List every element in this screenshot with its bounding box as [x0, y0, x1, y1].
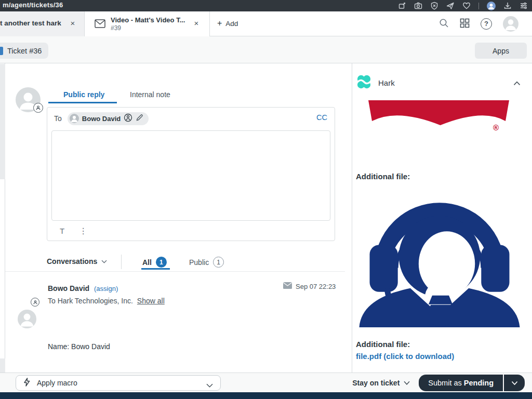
hark-app-name: Hark [378, 78, 395, 87]
ticket-badge: Ticket #36 [0, 43, 48, 59]
tab-public-reply[interactable]: Public reply [63, 90, 104, 99]
pin-extension-icon[interactable] [398, 2, 406, 10]
message-author-avatar [18, 310, 36, 328]
user-avatar[interactable] [503, 16, 518, 32]
chevron-down-icon [404, 381, 410, 385]
filter-tab-public[interactable]: Public 1 [189, 257, 224, 268]
tab-ticket-number: #39 [111, 24, 121, 32]
recipient-avatar [70, 114, 79, 123]
heart-icon[interactable] [462, 2, 471, 10]
apply-macro-select[interactable]: Apply macro [16, 375, 221, 391]
end-user-badge-icon [33, 103, 43, 113]
submit-split-button: Submit as Pending [419, 375, 525, 391]
file-download-link[interactable]: file.pdf (click to download) [356, 352, 454, 361]
add-tab-label: Add [225, 20, 238, 28]
stay-on-ticket-label: Stay on ticket [352, 379, 400, 387]
browser-profile-avatar[interactable] [487, 2, 496, 10]
topnav-icons: ? [439, 11, 532, 36]
recipient-pill[interactable]: Bowo David [68, 112, 149, 125]
cc-link[interactable]: CC [316, 113, 327, 122]
help-icon[interactable]: ? [481, 18, 492, 30]
submit-status: Pending [464, 379, 494, 387]
active-filter-underline [141, 268, 170, 270]
assign-link[interactable]: (assign) [94, 285, 118, 292]
reply-text-area[interactable] [51, 130, 330, 221]
menu-sliders-icon[interactable] [520, 2, 528, 10]
end-user-badge-icon [31, 298, 39, 307]
plus-icon: + [217, 19, 222, 28]
left-panel-edge [0, 358, 5, 373]
hark-logo-icon [357, 75, 371, 91]
ticket-status-icon [0, 47, 3, 55]
apps-sidebar: Hark ® Additional file: [352, 63, 532, 373]
camera-icon[interactable] [414, 2, 422, 10]
apps-button[interactable]: Apps [475, 43, 527, 59]
recipient-name: Bowo David [82, 115, 121, 123]
all-label: All [142, 258, 152, 267]
chevron-down-icon [101, 260, 107, 263]
close-icon[interactable]: × [192, 19, 201, 28]
stay-on-ticket-dropdown[interactable]: Stay on ticket [352, 379, 410, 387]
email-channel-icon [283, 282, 292, 291]
browser-extension-icons [398, 0, 528, 11]
desktop-edge [0, 392, 532, 399]
shield-block-icon[interactable] [430, 2, 438, 10]
message-body: Name: Bowo David [48, 342, 110, 351]
edit-pencil-icon[interactable] [136, 114, 143, 124]
hark-app-header: Hark [357, 74, 525, 91]
additional-file-label: Additional file: [356, 340, 410, 349]
to-label: To [54, 114, 62, 123]
tab-title: Video - Matt's Video T... [111, 16, 193, 24]
active-tab-underline [48, 102, 117, 103]
overflow-menu-icon[interactable]: ⋮ [79, 226, 87, 236]
collapse-chevron-up-icon[interactable] [513, 78, 521, 88]
browser-toolbar: m/agent/tickets/36 [0, 0, 532, 11]
tab-internal-note[interactable]: Internal note [130, 90, 170, 99]
tab-title: t another test hark [0, 19, 66, 27]
collapsed-left-panel[interactable] [0, 63, 5, 373]
text-format-icon[interactable]: T [60, 227, 64, 235]
address-bar-url[interactable]: m/agent/tickets/36 [3, 1, 63, 9]
footer-actions: Stay on ticket Submit as Pending [352, 375, 525, 391]
message-author-row: Bowo David (assign) [48, 284, 118, 292]
download-icon[interactable] [503, 2, 512, 10]
ticket-footer: Apply macro Stay on ticket Submit as Pen… [0, 373, 532, 392]
main-content: Public reply Internal note To Bowo David… [0, 63, 532, 373]
submit-options-caret[interactable] [504, 375, 525, 391]
support-agent-image [356, 183, 523, 329]
brand-batwing-image [368, 100, 510, 132]
to-field-row: To Bowo David CC [47, 108, 335, 129]
show-all-link[interactable]: Show all [137, 297, 165, 305]
message-meta: Sep 07 22:23 [283, 282, 336, 291]
submit-as-pending-button[interactable]: Submit as Pending [419, 375, 503, 391]
close-icon[interactable]: × [68, 19, 77, 28]
message-to-text: To Hark Technologies, Inc. [48, 297, 133, 305]
tab-video-ticket[interactable]: Video - Matt's Video T... #39 × [85, 11, 210, 36]
chevron-down-icon [511, 381, 518, 385]
search-icon[interactable] [439, 18, 449, 30]
chevron-down-icon [206, 380, 213, 390]
send-icon[interactable] [446, 2, 455, 10]
tab-another-test-hark[interactable]: t another test hark × [0, 11, 85, 36]
left-panel-edge [0, 64, 5, 179]
message-timestamp: Sep 07 22:23 [296, 283, 336, 290]
toolbar-separator [478, 3, 479, 9]
filter-tab-all[interactable]: All 1 [142, 257, 167, 268]
registered-trademark: ® [493, 123, 499, 132]
ticket-badge-label: Ticket #36 [7, 47, 42, 55]
public-count-badge: 1 [213, 257, 224, 268]
reply-composer: To Bowo David CC T ⋮ [47, 107, 335, 241]
conversations-dropdown[interactable]: Conversations [47, 257, 107, 265]
all-count-badge: 1 [156, 257, 167, 268]
apps-grid-icon[interactable] [460, 18, 470, 30]
macro-bolt-icon [23, 378, 30, 389]
editor-toolbar: T ⋮ [47, 221, 335, 241]
public-label: Public [189, 258, 209, 267]
user-profile-icon[interactable] [124, 113, 132, 124]
conversations-label: Conversations [47, 257, 97, 265]
envelope-icon [95, 19, 105, 30]
divider [121, 255, 122, 269]
additional-file-label: Additional file: [356, 172, 410, 181]
add-tab-button[interactable]: + Add [217, 19, 238, 28]
ticket-tab-bar: t another test hark × Video - Matt's Vid… [0, 11, 532, 36]
